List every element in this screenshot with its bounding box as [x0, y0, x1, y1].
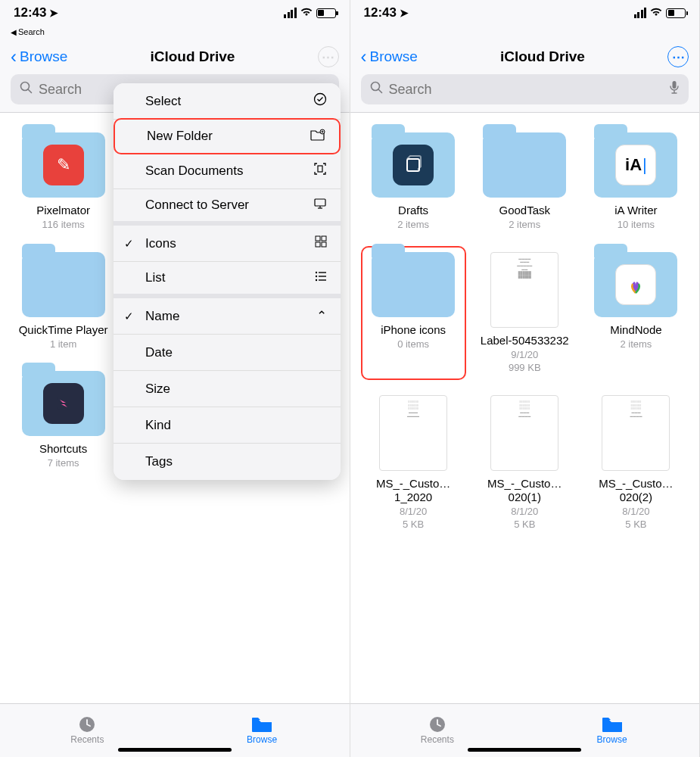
location-icon: ➤	[400, 7, 409, 19]
clock-icon	[427, 716, 448, 733]
nav-bar: ‹ Browse iCloud Drive ⋯	[0, 38, 350, 74]
drafts-icon	[393, 145, 434, 185]
file-thumbnail: ≡≡≡≡≡≡≡≡≡≡≡≡≡≡≡≡≡≡▬▬▬▬▬▬▬	[602, 395, 670, 471]
select-icon	[313, 92, 327, 110]
svg-point-20	[316, 276, 317, 277]
clock-icon	[76, 716, 98, 733]
pixelmator-icon: ✎	[43, 145, 84, 185]
status-bar: 12:43 ➤	[350, 0, 700, 26]
phone-right: 12:43 ➤ ‹ Browse iCloud Drive ⋯	[350, 0, 701, 757]
status-bar: 12:43 ➤	[0, 0, 350, 26]
folder-mindnode[interactable]: MindNode 2 items	[583, 252, 689, 374]
menu-new-folder[interactable]: New Folder	[114, 118, 341, 154]
svg-rect-11	[315, 199, 325, 206]
svg-rect-17	[322, 242, 326, 247]
menu-view-list[interactable]: List	[114, 262, 341, 298]
battery-icon	[316, 8, 336, 18]
list-icon	[315, 270, 327, 285]
back-triangle-icon: ◀	[11, 28, 17, 36]
phone-left: 12:43 ➤ ◀ Search ‹ Browse iCloud Drive ⋯	[0, 0, 350, 757]
svg-rect-2	[57, 397, 70, 410]
folder-iawriter[interactable]: iA| iA Writer 10 items	[583, 132, 689, 231]
file-ms-custo-2[interactable]: ≡≡≡≡≡≡≡≡≡≡≡≡≡≡≡≡≡≡▬▬▬▬▬▬▬ MS_-_Custo…020…	[472, 395, 577, 531]
svg-line-1	[28, 89, 32, 93]
file-ms-custo-3[interactable]: ≡≡≡≡≡≡≡≡≡≡≡≡≡≡≡≡≡≡▬▬▬▬▬▬▬ MS_-_Custo…020…	[583, 395, 689, 531]
tab-bar: Recents Browse	[0, 703, 350, 757]
menu-sort-tags[interactable]: Tags	[114, 444, 341, 480]
svg-rect-10	[318, 166, 322, 172]
chevron-left-icon: ‹	[11, 46, 17, 67]
svg-rect-28	[407, 159, 419, 171]
more-button[interactable]: ⋯	[667, 46, 689, 67]
wifi-icon	[300, 5, 313, 20]
folder-drafts[interactable]: Drafts 2 items	[361, 132, 466, 231]
check-icon: ✓	[124, 310, 134, 323]
search-input[interactable]	[389, 82, 664, 98]
file-thumbnail: ≡≡≡≡≡≡≡≡≡≡≡≡≡≡≡≡≡≡▬▬▬▬▬▬▬	[490, 395, 558, 471]
nav-title: iCloud Drive	[67, 48, 317, 65]
check-icon: ✓	[124, 237, 134, 251]
svg-rect-14	[316, 236, 320, 241]
options-popover: Select New Folder Scan Documents Connect…	[114, 83, 341, 480]
folder-quicktime[interactable]: QuickTime Player 1 item	[11, 252, 116, 350]
folder-goodtask[interactable]: GoodTask 2 items	[472, 132, 577, 231]
home-indicator[interactable]	[468, 748, 581, 752]
mindnode-icon	[615, 264, 656, 305]
dictate-icon[interactable]	[669, 80, 680, 99]
chevron-left-icon: ‹	[361, 46, 367, 67]
chevron-up-icon: ⌃	[316, 308, 327, 324]
menu-sort-date[interactable]: Date	[114, 335, 341, 371]
home-indicator[interactable]	[118, 748, 232, 752]
folder-pixelmator[interactable]: ✎ Pixelmator 116 items	[11, 132, 116, 231]
svg-point-18	[316, 272, 317, 273]
menu-select[interactable]: Select	[114, 83, 341, 120]
more-button[interactable]: ⋯	[318, 46, 339, 67]
back-to-search[interactable]: ◀ Search	[0, 26, 350, 38]
search-field[interactable]	[361, 74, 689, 104]
grid-icon	[315, 235, 327, 251]
nav-back-button[interactable]: ‹ Browse	[11, 46, 67, 67]
tab-bar: Recents Browse	[350, 703, 700, 757]
files-grid[interactable]: Drafts 2 items GoodTask 2 items iA| iA W…	[350, 113, 700, 704]
signal-icon	[284, 8, 297, 18]
search-icon	[20, 81, 33, 98]
scan-icon	[313, 162, 327, 179]
menu-view-icons[interactable]: ✓ Icons	[114, 226, 341, 262]
wifi-icon	[649, 5, 663, 20]
new-folder-icon	[310, 129, 325, 145]
nav-back-button[interactable]: ‹ Browse	[361, 46, 418, 67]
svg-point-22	[316, 279, 317, 281]
menu-connect-server[interactable]: Connect to Server	[114, 189, 341, 226]
menu-sort-size[interactable]: Size	[114, 371, 341, 407]
menu-sort-name[interactable]: ✓ Name ⌃	[114, 298, 341, 335]
status-time: 12:43	[14, 5, 46, 20]
svg-line-26	[378, 89, 382, 93]
file-thumbnail: ▬▬▬▬▬▬▬▬▬▬▬▬▬▬████████████	[490, 252, 558, 328]
server-icon	[313, 198, 327, 213]
file-label[interactable]: ▬▬▬▬▬▬▬▬▬▬▬▬▬▬████████████ Label-5045332…	[472, 252, 577, 374]
nav-bar: ‹ Browse iCloud Drive ⋯	[350, 38, 700, 74]
svg-rect-16	[316, 242, 320, 247]
iawriter-icon: iA|	[615, 145, 656, 185]
file-thumbnail: ≡≡≡≡≡≡≡≡≡≡≡≡≡≡≡≡≡≡▬▬▬▬▬▬▬	[379, 395, 447, 471]
svg-rect-27	[673, 81, 677, 89]
nav-title: iCloud Drive	[418, 48, 667, 65]
svg-point-6	[315, 94, 326, 105]
location-icon: ➤	[49, 7, 58, 19]
folder-icon	[251, 716, 272, 733]
battery-icon	[666, 8, 686, 18]
file-ms-custo-1[interactable]: ≡≡≡≡≡≡≡≡≡≡≡≡≡≡≡≡≡≡▬▬▬▬▬▬▬ MS_-_Custo…1_2…	[361, 395, 466, 531]
status-time: 12:43	[364, 5, 397, 20]
shortcuts-icon	[43, 383, 84, 424]
search-icon	[370, 81, 383, 98]
signal-icon	[634, 8, 647, 18]
folder-iphone-icons[interactable]: iPhone icons 0 items	[361, 246, 466, 380]
menu-sort-kind[interactable]: Kind	[114, 407, 341, 444]
folder-shortcuts[interactable]: Shortcuts 7 items	[11, 371, 116, 469]
svg-rect-15	[322, 236, 326, 241]
folder-icon	[602, 716, 623, 733]
menu-scan-documents[interactable]: Scan Documents	[114, 153, 341, 189]
